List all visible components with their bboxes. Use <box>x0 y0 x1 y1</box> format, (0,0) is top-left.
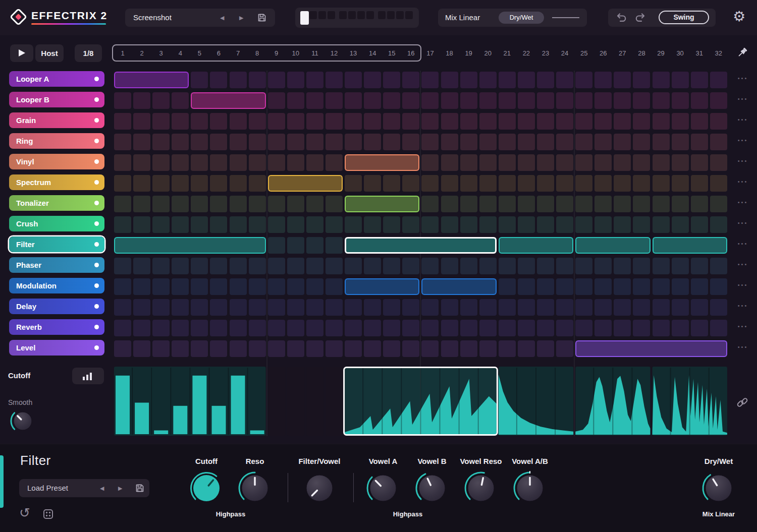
grid-cell[interactable] <box>191 175 208 192</box>
grid-cell[interactable] <box>479 113 497 130</box>
grid-cell[interactable] <box>268 154 285 171</box>
grid-cell[interactable] <box>268 278 285 295</box>
envelope-bar[interactable] <box>212 406 226 434</box>
grid-cell[interactable] <box>441 216 458 233</box>
row-menu[interactable]: ••• <box>732 137 754 143</box>
grid-cell[interactable] <box>306 154 323 171</box>
knob-vowel-b[interactable] <box>414 470 450 506</box>
step-number-2[interactable]: 2 <box>133 48 150 58</box>
grid-cell[interactable] <box>421 340 439 357</box>
grid-cell[interactable] <box>633 196 650 212</box>
grid-cell[interactable] <box>672 92 689 109</box>
grid-cell[interactable] <box>710 72 727 88</box>
grid-cell[interactable] <box>614 278 631 295</box>
step-number-21[interactable]: 21 <box>499 48 516 58</box>
step-number-27[interactable]: 27 <box>614 48 631 58</box>
grid-cell[interactable] <box>556 299 573 316</box>
grid-cell[interactable] <box>383 320 400 336</box>
grid-cell[interactable] <box>364 340 381 357</box>
grid-cell[interactable] <box>402 258 419 274</box>
grid-cell[interactable] <box>441 154 458 171</box>
grid-cell[interactable] <box>614 320 631 336</box>
grid-cell[interactable] <box>614 216 631 233</box>
grid-cell[interactable] <box>537 113 554 130</box>
grid-cell[interactable] <box>537 92 554 109</box>
grid-cell[interactable] <box>653 154 670 171</box>
grid-cell[interactable] <box>556 113 573 130</box>
pattern-key[interactable] <box>357 11 365 19</box>
grid-cell[interactable] <box>614 154 631 171</box>
pattern-key[interactable] <box>348 11 356 19</box>
grid-cell[interactable] <box>691 154 708 171</box>
grid-cell[interactable] <box>191 299 208 316</box>
grid-cell[interactable] <box>710 258 727 274</box>
knob-reso[interactable] <box>237 470 273 506</box>
step-number-8[interactable]: 8 <box>249 48 266 58</box>
grid-cell[interactable] <box>172 216 189 233</box>
grid-cell[interactable] <box>691 134 708 150</box>
grid-cell[interactable] <box>210 340 227 357</box>
grid-cell[interactable] <box>594 92 612 109</box>
grid-cell[interactable] <box>249 113 266 130</box>
filter-mode-label[interactable]: Highpass <box>195 510 266 518</box>
grid-cell[interactable] <box>287 216 304 233</box>
row-menu[interactable]: ••• <box>732 158 754 164</box>
grid-cell[interactable] <box>537 278 554 295</box>
sequencer-block[interactable] <box>575 237 650 254</box>
sequencer-block[interactable] <box>191 92 265 109</box>
grid-cell[interactable] <box>402 134 419 150</box>
grid-cell[interactable] <box>460 299 477 316</box>
grid-cell[interactable] <box>152 196 170 212</box>
grid-cell[interactable] <box>460 134 477 150</box>
grid-cell[interactable] <box>249 216 266 233</box>
grid-cell[interactable] <box>268 216 285 233</box>
grid-cell[interactable] <box>710 320 727 336</box>
grid-cell[interactable] <box>152 258 170 274</box>
grid-cell[interactable] <box>499 175 516 192</box>
grid-cell[interactable] <box>249 72 266 88</box>
grid-cell[interactable] <box>133 258 150 274</box>
grid-cell[interactable] <box>594 113 612 130</box>
grid-cell[interactable] <box>594 154 612 171</box>
grid-cell[interactable] <box>230 196 247 212</box>
grid-cell[interactable] <box>268 92 285 109</box>
grid-cell[interactable] <box>326 278 343 295</box>
grid-cell[interactable] <box>575 216 592 233</box>
grid-cell[interactable] <box>172 154 189 171</box>
grid-cell[interactable] <box>518 320 535 336</box>
step-number-6[interactable]: 6 <box>210 48 227 58</box>
grid-cell[interactable] <box>133 340 150 357</box>
row-menu[interactable]: ••• <box>732 179 754 185</box>
step-number-17[interactable]: 17 <box>421 48 439 58</box>
grid-cell[interactable] <box>133 320 150 336</box>
grid-cell[interactable] <box>710 113 727 130</box>
envelope-empty-step[interactable] <box>268 367 286 436</box>
grid-cell[interactable] <box>518 258 535 274</box>
grid-cell[interactable] <box>421 175 439 192</box>
grid-cell[interactable] <box>383 216 400 233</box>
grid-cell[interactable] <box>594 196 612 212</box>
mix-slider[interactable] <box>552 17 579 18</box>
grid-cell[interactable] <box>441 72 458 88</box>
grid-cell[interactable] <box>691 72 708 88</box>
grid-cell[interactable] <box>672 175 689 192</box>
grid-cell[interactable] <box>172 113 189 130</box>
grid-cell[interactable] <box>402 175 419 192</box>
step-number-16[interactable]: 16 <box>402 48 419 58</box>
grid-cell[interactable] <box>518 340 535 357</box>
grid-cell[interactable] <box>537 134 554 150</box>
grid-cell[interactable] <box>133 196 150 212</box>
grid-cell[interactable] <box>364 92 381 109</box>
track-active-dot[interactable] <box>94 283 99 288</box>
knob-dry-wet[interactable] <box>700 470 737 506</box>
randomize-dice-icon[interactable] <box>42 508 55 520</box>
grid-cell[interactable] <box>306 72 323 88</box>
grid-cell[interactable] <box>383 299 400 316</box>
grid-cell[interactable] <box>421 299 439 316</box>
sequencer-block[interactable] <box>575 340 727 357</box>
grid-cell[interactable] <box>152 340 170 357</box>
grid-cell[interactable] <box>326 72 343 88</box>
envelope-empty-step[interactable] <box>306 367 324 436</box>
grid-cell[interactable] <box>479 196 497 212</box>
grid-cell[interactable] <box>518 154 535 171</box>
